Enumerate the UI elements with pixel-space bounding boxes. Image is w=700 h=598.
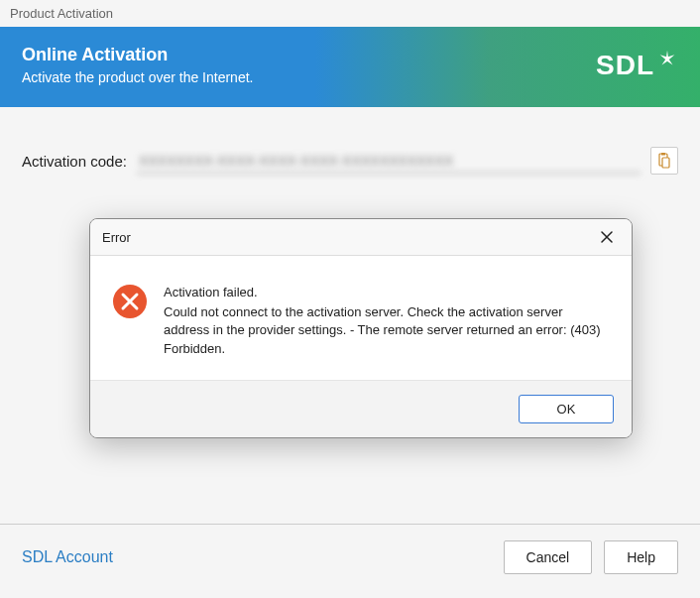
error-dialog: Error Activation failed. Could not conne… bbox=[89, 218, 633, 438]
close-button[interactable] bbox=[592, 225, 622, 249]
close-icon bbox=[601, 231, 613, 243]
sdl-logo: SDL bbox=[596, 50, 678, 81]
svg-rect-2 bbox=[662, 158, 669, 168]
logo-text: SDL bbox=[596, 50, 654, 81]
sdl-account-link[interactable]: SDL Account bbox=[22, 548, 113, 566]
dialog-titlebar: Error bbox=[90, 219, 632, 256]
activation-code-input[interactable] bbox=[137, 149, 641, 174]
footer: SDL Account Cancel Help bbox=[0, 524, 700, 598]
star-icon bbox=[656, 48, 678, 69]
cancel-button[interactable]: Cancel bbox=[504, 540, 593, 574]
activation-row: Activation code: bbox=[22, 147, 678, 175]
footer-buttons: Cancel Help bbox=[504, 540, 678, 574]
activation-label: Activation code: bbox=[22, 153, 127, 170]
error-message: Could not connect to the activation serv… bbox=[164, 303, 610, 358]
window-title: Product Activation bbox=[0, 0, 700, 27]
clipboard-icon bbox=[657, 153, 671, 169]
error-headline: Activation failed. bbox=[164, 284, 610, 301]
dialog-title: Error bbox=[102, 230, 131, 245]
dialog-body: Activation failed. Could not connect to … bbox=[90, 256, 632, 381]
svg-rect-1 bbox=[661, 153, 665, 156]
banner-title: Online Activation bbox=[22, 45, 253, 65]
dialog-footer: OK bbox=[90, 381, 632, 437]
help-button[interactable]: Help bbox=[604, 540, 678, 574]
banner: Online Activation Activate the product o… bbox=[0, 27, 700, 107]
ok-button[interactable]: OK bbox=[519, 395, 614, 423]
error-text: Activation failed. Could not connect to … bbox=[164, 284, 610, 358]
form-area: Activation code: bbox=[0, 107, 700, 175]
banner-subtitle: Activate the product over the Internet. bbox=[22, 69, 253, 85]
paste-button[interactable] bbox=[650, 147, 678, 175]
error-icon bbox=[112, 284, 148, 319]
banner-text: Online Activation Activate the product o… bbox=[22, 45, 253, 85]
